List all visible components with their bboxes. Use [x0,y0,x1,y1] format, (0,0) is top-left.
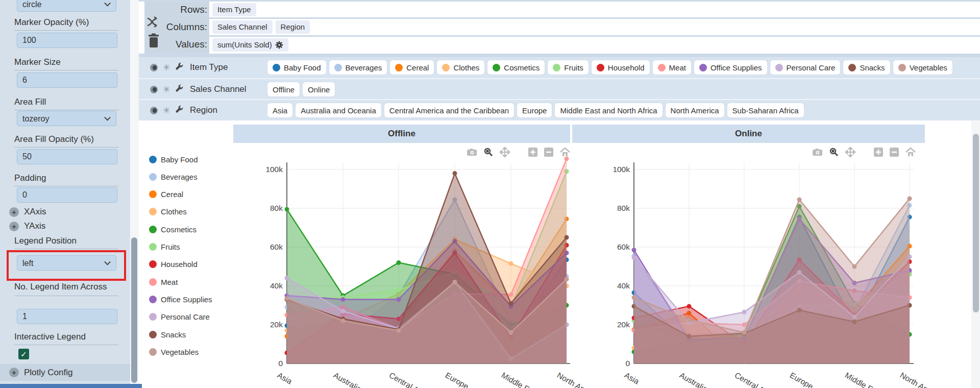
filter-tag[interactable]: Cosmetics [487,60,545,75]
values-dropzone[interactable]: sum(Units Sold) [209,37,288,53]
plotly-config-expander[interactable]: + Plotly Config [0,364,130,381]
zoom-in-icon[interactable] [874,148,883,159]
data-point[interactable] [565,235,569,240]
legend-item-cosmetics[interactable]: Cosmetics [149,224,197,234]
legend-item-office-supplies[interactable]: Office Supplies [149,294,212,304]
sidebar-scrollbar-thumb[interactable] [131,237,137,383]
data-point[interactable] [509,301,513,306]
pan-icon[interactable] [500,147,510,159]
data-point[interactable] [285,296,289,301]
sidebar-scrollbar[interactable] [130,0,139,388]
data-point[interactable] [565,277,569,281]
select-all-icon[interactable]: ✳ [163,105,170,116]
data-point[interactable] [341,309,346,313]
filter-tag[interactable]: Fruits [548,60,589,75]
filter-tag[interactable]: North America [666,103,724,117]
marker-symbol-select[interactable]: circle [17,0,116,12]
pivot-value-tag[interactable]: sum(Units Sold) [212,38,288,52]
wrench-icon[interactable] [175,84,184,95]
data-point[interactable] [509,293,513,297]
filter-tag[interactable]: Sub-Saharan Africa [727,103,804,117]
pivot-tag[interactable]: Sales Channel [212,20,273,34]
main-scrollbar[interactable] [971,121,980,388]
data-point[interactable] [687,318,692,322]
data-point[interactable] [852,264,857,269]
visibility-toggle-icon[interactable] [150,64,158,71]
camera-icon[interactable] [813,148,823,158]
data-point[interactable] [453,171,457,176]
data-point[interactable] [453,280,457,284]
select-all-icon[interactable]: ✳ [163,84,170,95]
wrench-icon[interactable] [175,62,184,73]
select-all-icon[interactable]: ✳ [163,62,170,73]
data-point[interactable] [632,248,636,252]
data-point[interactable] [687,304,692,308]
legend-item-cereal[interactable]: Cereal [149,189,183,200]
marker-size-input[interactable] [17,72,117,88]
data-point[interactable] [285,207,289,211]
legend-items-across-input[interactable] [17,309,117,324]
data-point[interactable] [285,276,289,280]
legend-position-select[interactable]: left [17,255,116,271]
reset-axes-icon[interactable] [560,148,570,159]
zoom-in-icon[interactable] [528,148,537,159]
columns-dropzone[interactable]: Sales ChannelRegion [209,19,310,35]
reset-axes-icon[interactable] [905,148,916,159]
area-fill-opacity-input[interactable] [17,149,117,164]
filter-tag[interactable]: Central America and the Caribbean [384,103,514,117]
filter-tag[interactable]: Baby Food [267,60,326,75]
pan-icon[interactable] [845,147,855,159]
data-point[interactable] [397,328,401,333]
data-point[interactable] [397,287,401,292]
yaxis-expander[interactable]: + YAxis [9,221,45,231]
main-scrollbar-thumb[interactable] [973,134,979,312]
area-fill-select[interactable]: tozeroy [17,111,116,126]
zoom-select-icon[interactable] [484,148,493,159]
filter-tag[interactable]: Middle East and North Africa [555,103,662,117]
filter-tag[interactable]: Office Supplies [694,60,767,75]
filter-tag[interactable]: Beverages [329,60,387,75]
visibility-toggle-icon[interactable] [150,107,158,114]
data-point[interactable] [797,197,802,202]
pivot-tag[interactable]: Region [276,20,310,34]
legend-item-meat[interactable]: Meat [149,277,178,287]
legend-item-fruits[interactable]: Fruits [149,242,180,252]
interactive-legend-checkbox[interactable]: ✓ [18,349,29,359]
legend-item-snacks[interactable]: Snacks [149,329,186,340]
legend-item-beverages[interactable]: Beverages [149,172,198,182]
wrench-icon[interactable] [175,105,184,116]
filter-tag[interactable]: Clothes [437,60,484,75]
visibility-toggle-icon[interactable] [150,86,158,93]
legend-item-vegetables[interactable]: Vegetables [149,347,199,357]
rows-dropzone[interactable]: Item Type [209,2,256,18]
gear-icon[interactable] [275,41,283,49]
filter-tag[interactable]: Online [303,82,335,96]
filter-tag[interactable]: Cereal [390,60,434,75]
padding-input[interactable] [17,187,117,203]
data-point[interactable] [397,297,401,302]
data-point[interactable] [341,319,346,323]
zoom-out-icon[interactable] [544,148,553,159]
data-point[interactable] [632,295,636,300]
filter-tag[interactable]: Meat [653,60,691,75]
zoom-out-icon[interactable] [890,148,899,159]
data-point[interactable] [742,310,747,314]
data-point[interactable] [908,197,912,201]
data-point[interactable] [742,330,747,335]
camera-icon[interactable] [467,148,477,158]
legend-item-personal-care[interactable]: Personal Care [149,312,210,322]
data-point[interactable] [509,261,513,266]
marker-opacity-input[interactable] [17,33,117,48]
filter-tag[interactable]: Asia [267,103,292,117]
filter-tag[interactable]: Europe [517,103,552,117]
legend-item-household[interactable]: Household [149,259,198,270]
data-point[interactable] [397,260,401,265]
legend-item-clothes[interactable]: Clothes [149,207,187,217]
xaxis-expander[interactable]: + XAxis [9,207,46,217]
zoom-select-icon[interactable] [829,148,839,159]
data-point[interactable] [632,255,636,260]
filter-tag[interactable]: Vegetables [893,60,952,75]
filter-tag[interactable]: Personal Care [770,60,841,75]
filter-tag[interactable]: Household [592,60,650,75]
data-point[interactable] [341,297,346,302]
